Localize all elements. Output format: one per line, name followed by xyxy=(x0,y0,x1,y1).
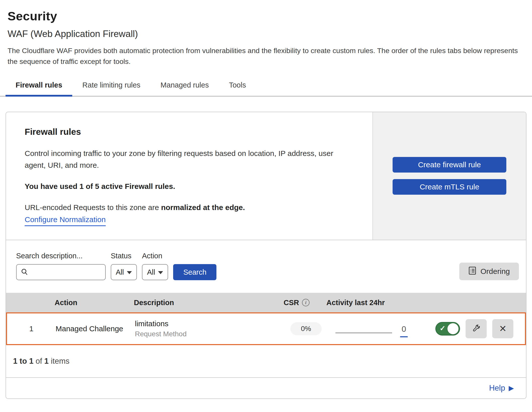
ordering-button[interactable]: Ordering xyxy=(459,263,519,280)
table-row-firewall-rule[interactable]: 1 Managed Challenge limitations Request … xyxy=(6,312,526,345)
tab-bar: Firewall rules Rate limiting rules Manag… xyxy=(0,77,532,97)
search-label: Search description... xyxy=(16,252,106,260)
search-group: Search description... xyxy=(16,252,106,280)
configure-normalization-link[interactable]: Configure Normalization xyxy=(25,215,106,226)
help-link-label: Help xyxy=(489,384,505,393)
rule-csr-badge: 0% xyxy=(290,322,322,335)
status-label: Status xyxy=(111,252,137,260)
usage-summary: You have used 1 of 5 active Firewall rul… xyxy=(25,182,350,191)
rule-description: limitations xyxy=(135,319,285,328)
rule-enabled-toggle[interactable]: ✓ xyxy=(435,322,460,336)
delete-rule-button[interactable]: ✕ xyxy=(492,319,513,338)
activity-count[interactable]: 0 xyxy=(400,324,408,337)
toggle-knob xyxy=(447,323,459,334)
tab-managed-rules[interactable]: Managed rules xyxy=(150,77,219,97)
close-icon: ✕ xyxy=(499,324,507,333)
search-button[interactable]: Search xyxy=(173,264,216,280)
rule-priority: 1 xyxy=(29,324,33,333)
header-action: Action xyxy=(55,299,134,307)
check-icon: ✓ xyxy=(440,324,445,333)
intro-heading: Firewall rules xyxy=(25,127,350,137)
rule-expression: Request Method xyxy=(135,330,285,338)
tab-tools[interactable]: Tools xyxy=(219,77,256,97)
action-label: Action xyxy=(142,252,168,260)
action-select[interactable]: All xyxy=(142,264,168,280)
summary-range: 1 to 1 xyxy=(13,357,33,365)
page-description: The Cloudflare WAF provides both automat… xyxy=(8,45,524,67)
status-select-value: All xyxy=(116,268,124,276)
header-activity: Activity last 24hr xyxy=(326,299,526,307)
status-select[interactable]: All xyxy=(111,264,137,280)
action-group: Action All xyxy=(142,252,168,280)
wrench-icon xyxy=(472,324,481,334)
summary-of: of xyxy=(36,357,42,365)
ordering-button-label: Ordering xyxy=(480,267,510,276)
create-mtls-rule-button[interactable]: Create mTLS rule xyxy=(393,179,506,195)
edit-rule-button[interactable] xyxy=(466,319,487,338)
intro-text-column: Firewall rules Control incoming traffic … xyxy=(6,112,372,240)
page-subtitle: WAF (Web Application Firewall) xyxy=(8,29,524,39)
search-input-wrapper xyxy=(16,264,106,280)
normalization-note-text: URL-encoded Requests to this zone are xyxy=(25,203,161,212)
intro-section: Firewall rules Control incoming traffic … xyxy=(6,112,526,240)
action-select-value: All xyxy=(147,268,155,276)
intro-description: Control incoming traffic to your zone by… xyxy=(25,147,350,171)
pagination-summary: 1 to 1 of 1 items xyxy=(6,345,526,378)
tab-firewall-rules[interactable]: Firewall rules xyxy=(6,77,72,97)
rule-description-cell: limitations Request Method xyxy=(135,319,285,338)
tab-rate-limiting-rules[interactable]: Rate limiting rules xyxy=(72,77,150,97)
normalization-note-bold: normalized at the edge. xyxy=(161,203,245,212)
summary-items: items xyxy=(51,357,69,365)
filter-bar: Search description... Status All Action … xyxy=(6,240,526,293)
status-group: Status All xyxy=(111,252,137,280)
header-csr-label: CSR xyxy=(284,299,299,307)
actions-panel: Create firewall rule Create mTLS rule xyxy=(372,112,526,240)
activity-sparkline xyxy=(335,333,392,333)
info-icon[interactable]: i xyxy=(302,299,310,306)
summary-count: 1 xyxy=(44,357,49,365)
search-icon xyxy=(21,268,28,276)
rule-activity-cell: 0 ✓ ✕ xyxy=(327,313,525,344)
table-header: Action Description CSR i Activity last 2… xyxy=(6,293,526,312)
arrow-right-icon: ▶ xyxy=(509,385,514,392)
chevron-down-icon xyxy=(127,271,132,274)
card-footer: Help ▶ xyxy=(6,378,526,398)
ordered-list-icon xyxy=(468,266,476,277)
search-input[interactable] xyxy=(31,268,101,276)
normalization-note: URL-encoded Requests to this zone are no… xyxy=(25,203,350,212)
header-description: Description xyxy=(134,299,284,307)
create-firewall-rule-button[interactable]: Create firewall rule xyxy=(393,157,506,173)
page-header: Security WAF (Web Application Firewall) … xyxy=(0,0,532,67)
page-title: Security xyxy=(8,9,524,23)
chevron-down-icon xyxy=(158,271,163,274)
firewall-rules-card: Firewall rules Control incoming traffic … xyxy=(6,112,526,399)
help-link[interactable]: Help ▶ xyxy=(489,384,514,393)
header-csr: CSR i xyxy=(284,299,326,307)
rule-action: Managed Challenge xyxy=(56,324,135,333)
